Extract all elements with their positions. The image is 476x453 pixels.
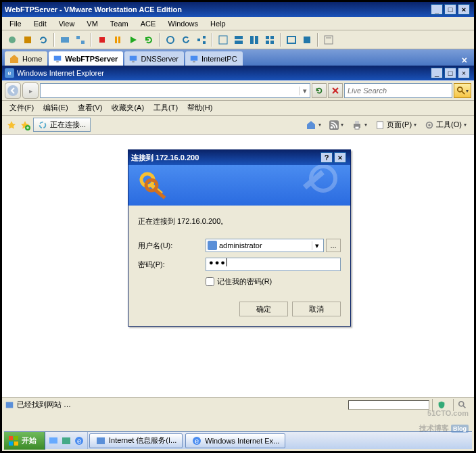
iis-icon [5, 400, 14, 410]
svg-rect-3 [76, 36, 80, 39]
poweroff-icon[interactable] [5, 32, 20, 47]
taskbar-app-ie[interactable]: e Windows Internet Ex... [185, 433, 285, 448]
feeds-button[interactable]: ▾ [326, 119, 347, 131]
ie-menu-fav[interactable]: 收藏夹(A) [107, 101, 149, 114]
pause-icon[interactable] [110, 32, 125, 47]
view3-icon[interactable] [247, 32, 262, 47]
snapshot-mgr-icon[interactable] [73, 32, 88, 47]
summary-icon[interactable] [321, 32, 336, 47]
start-button[interactable]: 开始 [4, 432, 45, 450]
revert-icon[interactable] [178, 32, 193, 47]
tab-internetpc[interactable]: InternetPC [185, 51, 243, 66]
maximize-button[interactable]: □ [444, 4, 456, 15]
monitor-icon [128, 54, 138, 64]
stop-button[interactable] [328, 83, 343, 98]
tab-dnsserver[interactable]: DNSServer [124, 51, 184, 66]
search-button[interactable]: ▾ [454, 83, 471, 98]
back-button[interactable] [5, 82, 21, 99]
menu-view[interactable]: View [53, 18, 80, 29]
address-dropdown[interactable]: ▾ [299, 87, 310, 95]
remember-checkbox[interactable] [206, 277, 214, 286]
svg-rect-19 [266, 41, 269, 44]
remember-label: 记住我的密码(R) [217, 277, 272, 287]
ie-menu-edit[interactable]: 编辑(E) [39, 101, 73, 114]
ie-menu-tools[interactable]: 工具(T) [149, 101, 183, 114]
view2-icon[interactable] [231, 32, 246, 47]
stop-icon[interactable] [95, 32, 110, 47]
print-button[interactable]: ▾ [348, 118, 371, 132]
restart-icon[interactable] [141, 32, 156, 47]
forward-button[interactable]: ▸ [22, 82, 39, 99]
tab-home[interactable]: Home [5, 51, 47, 66]
vmware-toolbar [2, 30, 474, 49]
menu-vm[interactable]: VM [81, 18, 103, 29]
ie-close-button[interactable]: × [458, 68, 470, 78]
gear-icon [425, 120, 434, 130]
quick-launch: e [45, 432, 88, 449]
unity-icon[interactable] [300, 32, 314, 47]
view1-icon[interactable] [216, 32, 231, 47]
taskbar-app-iis[interactable]: Internet 信息服务(I... [89, 433, 183, 448]
view4-icon[interactable] [262, 32, 277, 47]
vmware-tabstrip: Home WebFTPServer DNSServer InternetPC × [2, 49, 474, 66]
add-fav-icon[interactable] [20, 120, 30, 130]
minimize-button[interactable]: _ [431, 4, 443, 15]
password-input[interactable]: ●●● [206, 258, 341, 271]
cancel-button[interactable]: 取消 [292, 302, 341, 316]
svg-rect-22 [304, 37, 310, 43]
username-combo[interactable]: administrator ▾ [206, 239, 324, 252]
play-icon[interactable] [126, 32, 141, 47]
menu-ace[interactable]: ACE [135, 18, 162, 29]
search-dropdown[interactable]: ▾ [466, 88, 469, 94]
snapshot-icon[interactable] [57, 32, 72, 47]
menu-windows[interactable]: Windows [162, 18, 204, 29]
svg-point-35 [40, 122, 46, 128]
svg-rect-41 [377, 121, 383, 128]
menu-edit[interactable]: Edit [28, 18, 52, 29]
ie-menu-view[interactable]: 查看(V) [73, 101, 108, 114]
username-value: administrator [219, 241, 312, 249]
current-tab[interactable]: 正在连接... [33, 118, 91, 132]
windows-logo-icon [8, 435, 19, 446]
address-input[interactable] [41, 84, 299, 97]
home-button[interactable]: ▾ [302, 118, 325, 132]
ql-ie-icon[interactable]: e [74, 435, 85, 446]
snapshot-take-icon[interactable] [163, 32, 178, 47]
ie-menu-file[interactable]: 文件(F) [5, 101, 39, 114]
svg-rect-29 [191, 55, 198, 60]
ql-desktop-icon[interactable] [48, 435, 59, 446]
dialog-help-button[interactable]: ? [320, 152, 333, 163]
ie-menu-help[interactable]: 帮助(H) [183, 101, 217, 114]
suspend-icon[interactable] [20, 32, 35, 47]
ql-explorer-icon[interactable] [61, 435, 72, 446]
address-bar[interactable]: ▾ [40, 83, 310, 98]
refresh-button[interactable] [312, 83, 327, 98]
search-input[interactable] [345, 87, 452, 95]
ie-icon: e [5, 68, 14, 78]
fullscreen-icon[interactable] [284, 32, 299, 47]
tools-menu[interactable]: 工具(O)▾ [421, 118, 470, 131]
page-menu[interactable]: 页面(P)▾ [372, 118, 420, 131]
ie-navbar: ▸ ▾ ▾ [2, 80, 474, 101]
svg-rect-36 [329, 120, 339, 130]
dialog-close-button[interactable]: × [334, 152, 346, 163]
search-box[interactable] [344, 83, 452, 98]
search-icon [456, 86, 466, 95]
ie-minimize-button[interactable]: _ [431, 68, 443, 78]
menu-help[interactable]: Help [205, 18, 231, 29]
menu-team[interactable]: Team [105, 18, 134, 29]
browse-user-button[interactable]: ... [326, 239, 341, 252]
reset-icon[interactable] [36, 32, 51, 47]
snapshot-tree-icon[interactable] [194, 32, 209, 47]
svg-rect-39 [355, 121, 359, 124]
username-dropdown[interactable]: ▾ [312, 241, 322, 250]
menu-file[interactable]: File [4, 18, 27, 29]
tab-close-button[interactable]: × [458, 55, 471, 66]
tab-webftpserver[interactable]: WebFTPServer [49, 51, 123, 66]
ie-maximize-button[interactable]: □ [444, 68, 456, 78]
close-button[interactable]: × [458, 4, 470, 15]
dialog-banner [128, 165, 350, 206]
rss-icon [329, 120, 339, 130]
ok-button[interactable]: 确定 [239, 302, 288, 316]
favorites-icon[interactable] [6, 120, 17, 130]
